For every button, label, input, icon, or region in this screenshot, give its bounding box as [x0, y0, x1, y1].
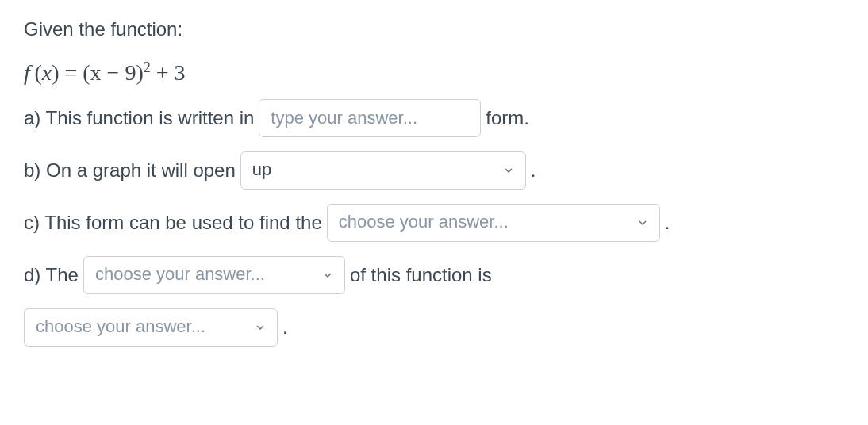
b-select-value: up	[252, 158, 271, 182]
question-d: d) The choose your answer... of this fun…	[24, 256, 844, 294]
d-middle: of this function is	[350, 262, 492, 289]
question-b: b) On a graph it will open up .	[24, 151, 844, 190]
d-prefix: d) The	[24, 262, 79, 289]
formula-tail: + 3	[151, 60, 186, 85]
intro-label: Given the function:	[24, 16, 182, 43]
formula-exp: 2	[144, 59, 151, 75]
formula-base: (x − 9)	[83, 60, 143, 85]
chevron-down-icon	[321, 268, 335, 282]
d-select-2[interactable]: choose your answer...	[24, 308, 278, 347]
b-period: .	[531, 157, 536, 184]
b-prefix: b) On a graph it will open	[24, 157, 236, 184]
d-period: .	[282, 314, 288, 341]
c-prefix: c) This form can be used to find the	[24, 209, 322, 236]
formula-f: f	[24, 60, 30, 85]
a-answer-input[interactable]	[259, 99, 481, 137]
question-c: c) This form can be used to find the cho…	[24, 204, 844, 242]
b-select[interactable]: up	[240, 151, 526, 190]
formula-x: x	[42, 60, 52, 85]
intro-text: Given the function:	[24, 16, 844, 43]
chevron-down-icon	[501, 163, 516, 178]
c-period: .	[665, 209, 670, 236]
chevron-down-icon	[253, 320, 267, 335]
d-select2-placeholder: choose your answer...	[36, 315, 205, 339]
chevron-down-icon	[636, 216, 650, 230]
question-d-line2: choose your answer... .	[24, 308, 844, 347]
d-select1-placeholder: choose your answer...	[95, 262, 265, 287]
d-select-1[interactable]: choose your answer...	[83, 256, 345, 294]
c-select-placeholder: choose your answer...	[339, 210, 509, 235]
function-formula: f (x) = (x − 9)2 + 3	[24, 57, 844, 88]
question-a: a) This function is written in form.	[24, 99, 844, 137]
a-prefix: a) This function is written in	[24, 105, 254, 132]
a-suffix: form.	[486, 105, 529, 132]
c-select[interactable]: choose your answer...	[327, 204, 660, 242]
